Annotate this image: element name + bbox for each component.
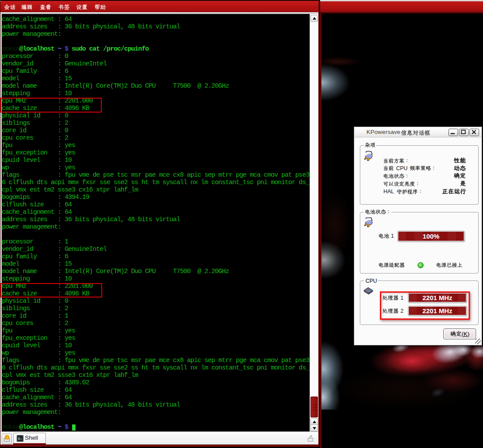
svg-text:>: > xyxy=(20,437,22,441)
